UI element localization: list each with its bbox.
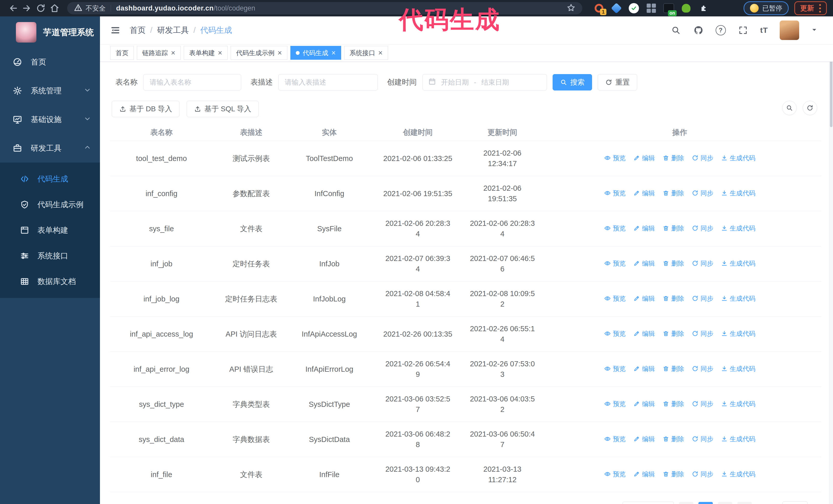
sidebar-item-devtools[interactable]: 研发工具 [0,134,100,163]
delete-link[interactable]: 删除 [663,188,684,198]
search-icon[interactable] [670,25,681,35]
preview-link[interactable]: 预览 [604,258,626,269]
address-bar[interactable]: 不安全 dashboard.yudao.iocoder.cn /tool/cod… [67,2,582,14]
delete-link[interactable]: 删除 [663,153,684,163]
github-icon[interactable] [693,25,704,35]
generate-code-link[interactable]: 生成代码 [721,153,755,163]
delete-link[interactable]: 删除 [663,399,684,409]
sync-link[interactable]: 同步 [692,363,713,374]
user-avatar[interactable] [780,21,799,40]
edit-link[interactable]: 编辑 [633,188,655,198]
preview-link[interactable]: 预览 [604,399,626,409]
tab-首页[interactable]: 首页 [110,46,134,60]
sync-link[interactable]: 同步 [692,223,713,234]
sidebar-item-form-builder[interactable]: 表单构建 [0,217,100,243]
extension-green-icon[interactable] [681,3,691,14]
app-logo-row[interactable]: 芋道管理系统 [0,17,100,48]
delete-link[interactable]: 删除 [663,258,684,269]
table-name-input[interactable] [143,74,241,91]
breadcrumb-home[interactable]: 首页 [130,25,146,35]
import-db-button[interactable]: 基于 DB 导入 [112,101,180,117]
sync-link[interactable]: 同步 [692,399,713,409]
close-icon[interactable]: × [278,49,282,57]
profile-paused-chip[interactable]: 已暂停 [743,1,789,15]
preview-link[interactable]: 预览 [604,329,626,339]
vertical-scrollbar[interactable] [829,17,833,504]
edit-link[interactable]: 编辑 [633,469,655,479]
sync-link[interactable]: 同步 [692,188,713,198]
help-icon[interactable]: ? [716,25,726,35]
edit-link[interactable]: 编辑 [633,363,655,374]
refresh-button[interactable] [803,101,817,115]
close-icon[interactable]: × [378,49,383,57]
tab-代码生成示例[interactable]: 代码生成示例× [231,46,287,60]
edit-link[interactable]: 编辑 [633,434,655,444]
preview-link[interactable]: 预览 [604,363,626,374]
goto-page-input[interactable] [783,501,808,504]
search-button[interactable]: 搜索 [553,74,592,91]
table-row[interactable]: inf_api_access_logAPI 访问日志表InfApiAccessL… [110,317,821,352]
table-row[interactable]: inf_api_error_logAPI 错误日志InfApiErrorLog2… [110,352,821,387]
sync-link[interactable]: 同步 [692,329,713,339]
sidebar-item-codegen[interactable]: 代码生成 [0,166,100,192]
delete-link[interactable]: 删除 [663,469,684,479]
table-row[interactable]: inf_job_log定时任务日志表InfJobLog2021-02-08 04… [110,282,821,317]
page-button-2[interactable]: 2 [718,502,732,504]
sync-link[interactable]: 同步 [692,434,713,444]
table-desc-input[interactable] [278,74,378,91]
reload-icon[interactable] [34,1,48,15]
edit-link[interactable]: 编辑 [633,399,655,409]
close-icon[interactable]: × [331,49,336,57]
extension-dark-icon[interactable]: on [663,3,674,14]
extension-check-icon[interactable] [628,3,639,14]
close-icon[interactable]: × [171,49,175,57]
puzzle-extensions-icon[interactable] [698,3,709,14]
page-button-1[interactable]: 1 [698,502,713,504]
table-row[interactable]: sys_dict_type字典类型表SysDictType2021-03-06 … [110,387,821,422]
delete-link[interactable]: 删除 [663,363,684,374]
generate-code-link[interactable]: 生成代码 [721,188,755,198]
sidebar-item-system-api[interactable]: 系统接口 [0,243,100,269]
reset-button[interactable]: 重置 [598,74,637,91]
preview-link[interactable]: 预览 [604,188,626,198]
sidebar-item-infra[interactable]: 基础设施 [0,105,100,134]
generate-code-link[interactable]: 生成代码 [721,223,755,234]
update-browser-button[interactable]: 更新 [794,1,827,15]
edit-link[interactable]: 编辑 [633,293,655,304]
page-size-select[interactable]: 10条/页 [623,502,674,504]
extension-orange-icon[interactable]: 1 [594,3,604,14]
generate-code-link[interactable]: 生成代码 [721,258,755,269]
generate-code-link[interactable]: 生成代码 [721,469,755,479]
delete-link[interactable]: 删除 [663,223,684,234]
extension-gem-icon[interactable] [611,3,622,14]
sync-link[interactable]: 同步 [692,469,713,479]
security-label[interactable]: 不安全 [86,4,105,13]
delete-link[interactable]: 删除 [663,434,684,444]
prev-page-button[interactable] [679,502,693,504]
preview-link[interactable]: 预览 [604,469,626,479]
end-date-placeholder[interactable]: 结束日期 [481,78,509,87]
generate-code-link[interactable]: 生成代码 [721,434,755,444]
generate-code-link[interactable]: 生成代码 [721,329,755,339]
sync-link[interactable]: 同步 [692,258,713,269]
tab-代码生成[interactable]: 代码生成× [290,46,341,60]
browser-menu-icon[interactable] [819,4,821,13]
tab-系统接口[interactable]: 系统接口× [344,46,388,60]
forward-icon[interactable] [20,1,34,15]
font-size-icon[interactable]: tT [760,26,768,34]
sidebar-item-system[interactable]: 系统管理 [0,76,100,105]
table-row[interactable]: sys_dict_data字典数据表SysDictData2021-03-06 … [110,422,821,457]
table-row[interactable]: inf_config参数配置表InfConfig2021-02-06 19:51… [110,176,821,211]
sync-link[interactable]: 同步 [692,153,713,163]
bookmark-star-icon[interactable] [567,3,576,13]
table-row[interactable]: sys_file文件表SysFile2021-02-06 20:28:34202… [110,211,821,246]
close-icon[interactable]: × [218,49,222,57]
fullscreen-icon[interactable] [738,25,748,35]
table-row[interactable]: tool_test_demo测试示例表ToolTestDemo2021-02-0… [110,141,821,176]
url-host[interactable]: dashboard.yudao.iocoder.cn [116,4,214,12]
next-page-button[interactable] [737,502,752,504]
sync-link[interactable]: 同步 [692,293,713,304]
preview-link[interactable]: 预览 [604,223,626,234]
edit-link[interactable]: 编辑 [633,329,655,339]
extension-grid-icon[interactable] [646,3,657,14]
